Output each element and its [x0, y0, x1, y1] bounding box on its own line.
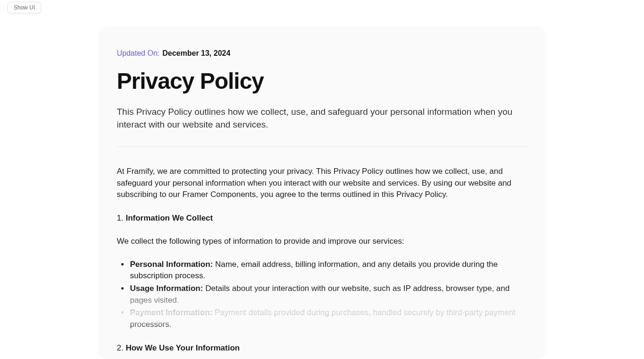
page-title: Privacy Policy — [117, 69, 527, 94]
section-title: How We Use Your Information — [125, 343, 240, 352]
updated-date: December 13, 2024 — [162, 49, 230, 58]
section-heading-2: 2. How We Use Your Information — [117, 342, 527, 354]
document-card: Updated On: December 13, 2024 Privacy Po… — [98, 26, 546, 359]
section-number: 2. — [117, 343, 124, 352]
list-item: Payment Information: Payment details pro… — [129, 307, 527, 330]
show-ui-button[interactable]: Show UI — [8, 2, 41, 13]
bullet-title: Personal Information: — [130, 260, 213, 269]
section-heading-1: 1. Information We Collect — [117, 212, 527, 224]
section-number: 1. — [117, 214, 124, 222]
list-item: Personal Information: Name, email addres… — [129, 259, 527, 282]
bullet-title: Payment Information: — [130, 308, 213, 317]
opening-paragraph: At Framify, we are committed to protecti… — [117, 166, 527, 201]
divider — [117, 146, 527, 147]
bullet-title: Usage Information: — [130, 284, 203, 293]
updated-meta: Updated On: December 13, 2024 — [117, 49, 527, 58]
section-1-lead: We collect the following types of inform… — [117, 235, 527, 248]
section-title: Information We Collect — [125, 214, 213, 222]
list-item: Usage Information: Details about your in… — [129, 283, 527, 306]
intro-paragraph: This Privacy Policy outlines how we coll… — [117, 105, 527, 131]
section-1-bullets: Personal Information: Name, email addres… — [117, 259, 527, 331]
updated-on-label: Updated On: — [117, 49, 160, 58]
